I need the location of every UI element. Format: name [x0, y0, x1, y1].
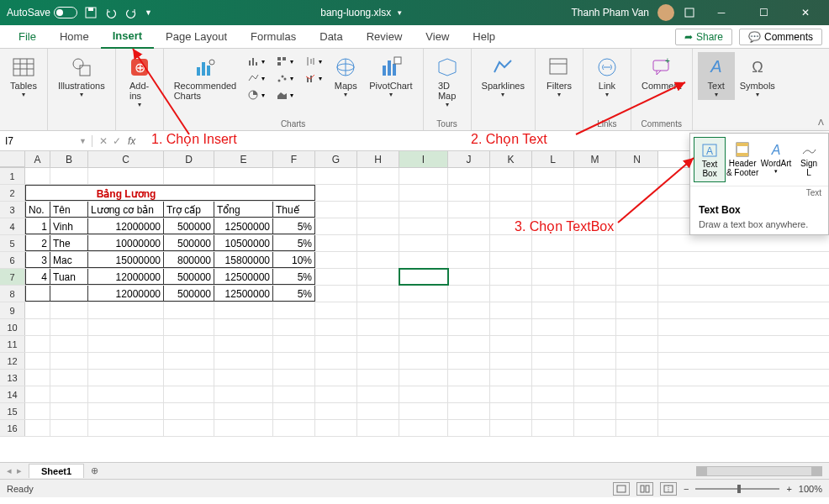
- cell[interactable]: [532, 370, 574, 386]
- col-header[interactable]: A: [25, 151, 50, 167]
- cell[interactable]: [50, 319, 88, 335]
- cell[interactable]: [616, 202, 658, 218]
- cell[interactable]: [357, 403, 399, 419]
- cell[interactable]: [164, 185, 214, 201]
- cell[interactable]: [50, 420, 88, 436]
- cell[interactable]: [574, 336, 616, 352]
- cell[interactable]: [399, 420, 448, 436]
- col-header[interactable]: C: [88, 151, 164, 167]
- pivotchart-button[interactable]: PivotChart▾: [364, 52, 417, 100]
- 3dmap-button[interactable]: 3D Map▾: [429, 52, 466, 110]
- cell[interactable]: [616, 269, 658, 285]
- cell[interactable]: [357, 269, 399, 285]
- cell[interactable]: [448, 218, 490, 234]
- cell[interactable]: [315, 353, 357, 369]
- cell[interactable]: 12000000: [88, 218, 164, 234]
- cell[interactable]: [448, 302, 490, 318]
- maps-button[interactable]: Maps▾: [327, 52, 364, 100]
- cell[interactable]: [357, 319, 399, 335]
- cell[interactable]: Tuan: [50, 269, 88, 285]
- cell[interactable]: [315, 370, 357, 386]
- cell[interactable]: [616, 336, 658, 352]
- cell[interactable]: [532, 286, 574, 302]
- cell[interactable]: [448, 269, 490, 285]
- cell[interactable]: [399, 370, 448, 386]
- cell[interactable]: [616, 185, 658, 201]
- undo-icon[interactable]: [104, 6, 118, 19]
- cell[interactable]: [490, 370, 532, 386]
- row-header[interactable]: 2: [0, 185, 25, 201]
- cell[interactable]: [88, 403, 164, 419]
- cell[interactable]: [448, 235, 490, 251]
- cell[interactable]: [357, 185, 399, 201]
- cell[interactable]: [315, 168, 357, 184]
- cell[interactable]: [616, 168, 658, 184]
- tab-page-layout[interactable]: Page Layout: [154, 25, 239, 49]
- cell[interactable]: [448, 319, 490, 335]
- cell[interactable]: 1: [25, 218, 50, 234]
- col-header[interactable]: J: [448, 151, 490, 167]
- close-button[interactable]: ✕: [789, 0, 822, 25]
- cell[interactable]: [574, 319, 616, 335]
- cell[interactable]: [88, 420, 164, 436]
- cell[interactable]: [273, 319, 315, 335]
- cell[interactable]: 12500000: [214, 269, 273, 285]
- cell[interactable]: [25, 386, 50, 402]
- cell[interactable]: [490, 218, 532, 234]
- row-header[interactable]: 12: [0, 353, 25, 369]
- wordart-button[interactable]: A WordArt▾: [759, 137, 793, 182]
- cell[interactable]: [399, 202, 448, 218]
- cell[interactable]: [616, 370, 658, 386]
- col-header[interactable]: D: [164, 151, 214, 167]
- cell[interactable]: [214, 386, 273, 402]
- cell[interactable]: [214, 420, 273, 436]
- cell[interactable]: [490, 386, 532, 402]
- cell[interactable]: [490, 336, 532, 352]
- cell[interactable]: [214, 370, 273, 386]
- cell[interactable]: [616, 235, 658, 251]
- cell[interactable]: [50, 185, 88, 201]
- row-header[interactable]: 13: [0, 370, 25, 386]
- cell[interactable]: [574, 235, 616, 251]
- name-box[interactable]: I7▼: [0, 135, 92, 147]
- cell[interactable]: [448, 202, 490, 218]
- cell[interactable]: [532, 353, 574, 369]
- chart-type-bar[interactable]: ▾: [245, 54, 267, 69]
- cell[interactable]: [25, 370, 50, 386]
- cell[interactable]: Lương cơ bản: [88, 202, 164, 218]
- cell[interactable]: [357, 286, 399, 302]
- cell[interactable]: [50, 168, 88, 184]
- cell[interactable]: 15000000: [88, 252, 164, 268]
- cell[interactable]: [88, 168, 164, 184]
- row-header[interactable]: 5: [0, 235, 25, 251]
- tab-insert[interactable]: Insert: [101, 25, 154, 49]
- cell[interactable]: [448, 420, 490, 436]
- cell[interactable]: [315, 269, 357, 285]
- cell[interactable]: [616, 218, 658, 234]
- cell[interactable]: [532, 185, 574, 201]
- cell[interactable]: [50, 286, 88, 302]
- cell[interactable]: [315, 302, 357, 318]
- cell[interactable]: [315, 420, 357, 436]
- cell[interactable]: No.: [25, 202, 50, 218]
- signature-button[interactable]: Sign L: [793, 137, 825, 182]
- chart-type-hierarchy[interactable]: ▾: [273, 54, 295, 69]
- view-normal-icon[interactable]: [613, 482, 630, 496]
- cell[interactable]: [315, 252, 357, 268]
- cell[interactable]: [88, 386, 164, 402]
- app-mode-icon[interactable]: [683, 6, 696, 19]
- cell[interactable]: [357, 370, 399, 386]
- cell[interactable]: [273, 302, 315, 318]
- cell[interactable]: [490, 403, 532, 419]
- col-header[interactable]: G: [315, 151, 357, 167]
- row-header[interactable]: 7: [0, 269, 25, 285]
- cell[interactable]: [490, 252, 532, 268]
- add-sheet-button[interactable]: ⊕: [84, 465, 105, 476]
- comments-button[interactable]: 💬Comments: [739, 29, 822, 45]
- cell[interactable]: [25, 168, 50, 184]
- chart-type-line[interactable]: ▾: [245, 71, 267, 86]
- cell[interactable]: [164, 319, 214, 335]
- cell[interactable]: [399, 353, 448, 369]
- horizontal-scroll[interactable]: [105, 466, 829, 476]
- cell[interactable]: 15800000: [214, 252, 273, 268]
